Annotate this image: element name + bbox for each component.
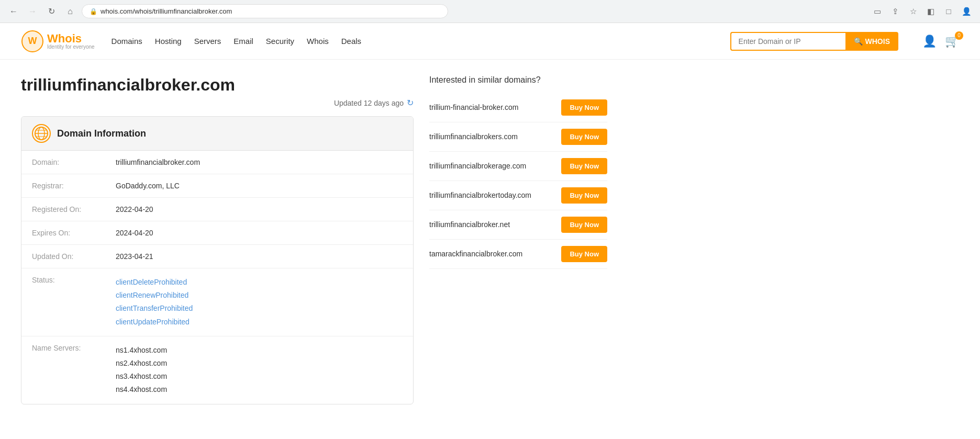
field-label-updated-on: Updated On: bbox=[21, 245, 105, 268]
address-bar[interactable]: 🔒 whois.com/whois/trilliumfinancialbroke… bbox=[82, 4, 448, 18]
similar-domains-sidebar: Interested in similar domains? trillium-… bbox=[429, 75, 607, 404]
domain-info-title: Domain Information bbox=[57, 128, 146, 139]
logo-tagline: Identity for everyone bbox=[47, 44, 95, 50]
similar-domain-row: trillium-financial-broker.com Buy Now bbox=[429, 93, 607, 122]
browser-chrome: ← → ↻ ⌂ 🔒 whois.com/whois/trilliumfinanc… bbox=[0, 0, 980, 23]
cart-icon[interactable]: 🛒 0 bbox=[945, 35, 959, 48]
updated-row: Updated 12 days ago ↻ bbox=[21, 98, 414, 108]
field-value-status: clientDeleteProhibited clientRenewProhib… bbox=[105, 268, 413, 336]
logo-link[interactable]: W Whois Identity for everyone bbox=[21, 30, 95, 53]
field-label-expires-on: Expires On: bbox=[21, 221, 105, 245]
field-label-status: Status: bbox=[21, 268, 105, 336]
nameserver-item: ns3.4xhost.com bbox=[116, 370, 403, 383]
similar-domain-row: trilliumfinancialbrokers.com Buy Now bbox=[429, 122, 607, 152]
domain-title: trilliumfinancialbroker.com bbox=[21, 75, 414, 95]
search-button[interactable]: 🔍 WHOIS bbox=[845, 32, 898, 51]
bookmark-button[interactable]: ☆ bbox=[906, 4, 920, 19]
search-icon: 🔍 bbox=[854, 37, 863, 46]
forward-button[interactable]: → bbox=[25, 4, 40, 19]
search-area: 🔍 WHOIS bbox=[730, 32, 898, 51]
status-item: clientUpdateProhibited bbox=[116, 316, 403, 329]
url-text: whois.com/whois/trilliumfinancialbroker.… bbox=[101, 7, 232, 15]
content-area: trilliumfinancialbroker.com Updated 12 d… bbox=[0, 60, 628, 420]
globe-icon bbox=[34, 126, 49, 141]
similar-domain-name: trilliumfinancialbrokerage.com bbox=[429, 161, 555, 172]
main-content: trilliumfinancialbroker.com Updated 12 d… bbox=[21, 75, 414, 404]
field-value-expires-on: 2024-04-20 bbox=[105, 221, 413, 245]
buy-now-button[interactable]: Buy Now bbox=[561, 129, 607, 145]
cart-badge: 0 bbox=[955, 31, 963, 40]
search-input[interactable] bbox=[730, 32, 845, 51]
table-row: Domain: trilliumfinancialbroker.com bbox=[21, 151, 413, 174]
logo-name: Whois bbox=[47, 33, 95, 44]
profile-button[interactable]: 👤 bbox=[959, 4, 974, 19]
buy-now-button[interactable]: Buy Now bbox=[561, 158, 607, 174]
share-button[interactable]: ⇪ bbox=[888, 4, 903, 19]
table-row: Registrar: GoDaddy.com, LLC bbox=[21, 174, 413, 198]
site-header: W Whois Identity for everyone Domains Ho… bbox=[0, 23, 980, 60]
domain-info-header: Domain Information bbox=[21, 117, 413, 151]
similar-domain-row: trilliumfinancialbrokerage.com Buy Now bbox=[429, 152, 607, 181]
similar-domain-name: trilliumfinancialbroker.net bbox=[429, 220, 555, 230]
field-label-domain: Domain: bbox=[21, 151, 105, 174]
similar-domain-name: trilliumfinancialbrokers.com bbox=[429, 132, 555, 142]
buy-now-button[interactable]: Buy Now bbox=[561, 99, 607, 116]
table-row: Name Servers: ns1.4xhost.com ns2.4xhost.… bbox=[21, 336, 413, 403]
table-row: Registered On: 2022-04-20 bbox=[21, 198, 413, 221]
table-row: Updated On: 2023-04-21 bbox=[21, 245, 413, 268]
similar-domain-row: trilliumfinancialbrokertoday.com Buy Now bbox=[429, 181, 607, 210]
similar-domain-name: tamarackfinancialbroker.com bbox=[429, 249, 555, 260]
back-button[interactable]: ← bbox=[6, 4, 21, 19]
nav-hosting[interactable]: Hosting bbox=[154, 34, 183, 48]
browser-action-buttons: ▭ ⇪ ☆ ◧ □ 👤 bbox=[870, 4, 974, 19]
nameserver-item: ns1.4xhost.com bbox=[116, 344, 403, 357]
header-user-icons: 👤 🛒 0 bbox=[922, 35, 959, 48]
status-item: clientDeleteProhibited bbox=[116, 276, 403, 289]
nameserver-item: ns4.4xhost.com bbox=[116, 383, 403, 396]
similar-domain-row: trilliumfinancialbroker.net Buy Now bbox=[429, 210, 607, 240]
sidebar-title: Interested in similar domains? bbox=[429, 75, 607, 85]
field-value-registrar: GoDaddy.com, LLC bbox=[105, 174, 413, 198]
updated-text-area: Updated 12 days ago ↻ bbox=[334, 98, 414, 108]
nameserver-item: ns2.4xhost.com bbox=[116, 357, 403, 370]
nav-domains[interactable]: Domains bbox=[110, 34, 143, 48]
similar-domain-row: tamarackfinancialbroker.com Buy Now bbox=[429, 240, 607, 269]
status-item: clientTransferProhibited bbox=[116, 302, 403, 315]
buy-now-button[interactable]: Buy Now bbox=[561, 217, 607, 233]
table-row: Status: clientDeleteProhibited clientRen… bbox=[21, 268, 413, 336]
updated-label: Updated 12 days ago bbox=[334, 99, 404, 107]
buy-now-button[interactable]: Buy Now bbox=[561, 187, 607, 204]
main-nav: Domains Hosting Servers Email Security W… bbox=[110, 34, 362, 48]
extensions-button[interactable]: ◧ bbox=[923, 4, 938, 19]
nav-security[interactable]: Security bbox=[265, 34, 295, 48]
reload-button[interactable]: ↻ bbox=[44, 4, 59, 19]
svg-text:W: W bbox=[28, 36, 37, 46]
refresh-icon[interactable]: ↻ bbox=[407, 98, 414, 108]
field-value-updated-on: 2023-04-21 bbox=[105, 245, 413, 268]
field-label-registered-on: Registered On: bbox=[21, 198, 105, 221]
domain-info-table: Domain: trilliumfinancialbroker.com Regi… bbox=[21, 151, 413, 404]
similar-domain-name: trillium-financial-broker.com bbox=[429, 103, 555, 113]
buy-now-button[interactable]: Buy Now bbox=[561, 246, 607, 262]
nav-whois[interactable]: Whois bbox=[306, 34, 330, 48]
home-button[interactable]: ⌂ bbox=[63, 4, 77, 19]
window-button[interactable]: □ bbox=[941, 4, 956, 19]
nav-servers[interactable]: Servers bbox=[193, 34, 222, 48]
cast-button[interactable]: ▭ bbox=[870, 4, 885, 19]
similar-domain-name: trilliumfinancialbrokertoday.com bbox=[429, 190, 555, 201]
field-label-registrar: Registrar: bbox=[21, 174, 105, 198]
logo-icon: W bbox=[21, 30, 44, 53]
status-item: clientRenewProhibited bbox=[116, 289, 403, 302]
field-label-nameservers: Name Servers: bbox=[21, 336, 105, 403]
field-value-domain: trilliumfinancialbroker.com bbox=[105, 151, 413, 174]
nav-email[interactable]: Email bbox=[232, 34, 254, 48]
domain-info-box: Domain Information Domain: trilliumfinan… bbox=[21, 116, 414, 404]
field-value-registered-on: 2022-04-20 bbox=[105, 198, 413, 221]
user-account-icon[interactable]: 👤 bbox=[922, 35, 937, 48]
lock-icon: 🔒 bbox=[90, 8, 97, 15]
field-value-nameservers: ns1.4xhost.com ns2.4xhost.com ns3.4xhost… bbox=[105, 336, 413, 403]
table-row: Expires On: 2024-04-20 bbox=[21, 221, 413, 245]
nav-deals[interactable]: Deals bbox=[340, 34, 362, 48]
www-icon bbox=[32, 124, 51, 143]
